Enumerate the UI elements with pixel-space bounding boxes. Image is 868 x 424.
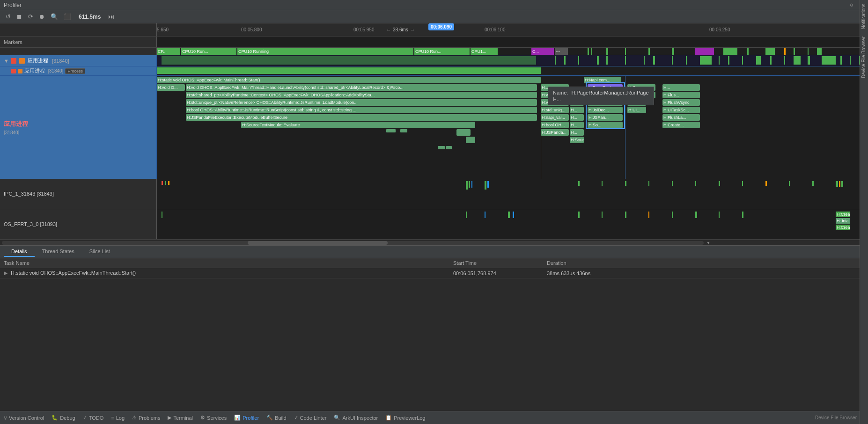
refresh-btn[interactable]: ⟳ <box>26 12 35 21</box>
flame-row-8a[interactable]: H:Source... <box>570 137 584 143</box>
build-item[interactable]: 🔨 Build <box>266 415 286 421</box>
flame-row-0[interactable]: H:static void OHOS::AppExecFwk::MainThre… <box>157 77 541 83</box>
filter-btn[interactable]: ⬛ <box>62 12 73 21</box>
markers-canvas[interactable] <box>157 37 868 47</box>
flame-row-1c[interactable]: H... <box>541 84 569 91</box>
os-block-3[interactable]: H:Crea... <box>836 225 850 230</box>
ipc-r-2 <box>602 181 603 186</box>
flame-row-5a[interactable]: H:JSPandaFileExecutor::ExecuteModuleBuff… <box>186 114 537 121</box>
profiler-item[interactable]: 📊 Profiler <box>234 415 259 421</box>
flame-fr5[interactable]: H:FlushLa... <box>662 114 700 121</box>
todo-item[interactable]: ✓ TODO <box>83 415 104 421</box>
flame-row-6c[interactable]: H... <box>570 122 584 128</box>
flame-pageroute-6[interactable]: H:So... <box>588 122 623 128</box>
main-flame-base[interactable] <box>157 67 541 74</box>
flame-row-6b[interactable]: H:bool OH... <box>541 122 569 128</box>
h-scrollbar-thumb[interactable] <box>248 241 388 245</box>
tab-slice-list[interactable]: Slice List <box>82 247 118 257</box>
process-btn[interactable]: Process <box>65 68 85 74</box>
previewer-log-item[interactable]: 📋 PreviewerLog <box>385 415 425 421</box>
terminal-item[interactable]: ▶ Terminal <box>168 415 193 421</box>
process-activity-canvas <box>157 56 868 65</box>
flame-row-3c[interactable]: H... <box>570 99 584 106</box>
flame-canvas[interactable]: H:static void OHOS::AppExecFwk::MainThre… <box>157 76 868 179</box>
arkui-inspector-item[interactable]: 🔍 ArkUI Inspector <box>334 415 378 421</box>
cpu-seg-6[interactable]: --- <box>555 48 568 55</box>
tab-thread-states[interactable]: Thread States <box>35 247 82 257</box>
process-header-label[interactable]: ▼ 应用进程 [31840] <box>0 55 157 66</box>
flame-fr6[interactable]: H:Create... <box>662 122 700 128</box>
cpu-seg-0[interactable]: CP... <box>157 48 180 55</box>
debug-item[interactable]: 🐛 Debug <box>51 415 75 421</box>
cpu-track[interactable]: CP... CPU10 Run... CPU10 Running CPU10 R… <box>157 48 868 55</box>
time-marker-4: 00:06.100 <box>485 27 506 32</box>
flame-fr3[interactable]: H:FlushVsync <box>662 99 700 106</box>
os-fr-2 <box>602 212 603 218</box>
ipc-label[interactable]: IPC_1_31843 [31843] <box>0 179 157 209</box>
record-btn[interactable]: ⏺ <box>37 12 47 21</box>
flame-r3[interactable]: — <box>627 99 646 106</box>
ipc-r-14 <box>841 181 843 187</box>
flame-pageroute-5[interactable]: H:JSPan... <box>588 114 623 121</box>
step-btn[interactable]: ⏭ <box>106 12 116 21</box>
flame-r1[interactable]: H:Com... <box>627 84 655 91</box>
version-control-item[interactable]: ⑂ Version Control <box>4 415 44 421</box>
flame-row-2c[interactable]: H... <box>570 92 584 98</box>
flame-row-5c[interactable]: H... <box>570 114 584 121</box>
flame-row-1b[interactable]: H:void OHOS::AppExecFwk::MainThread::Han… <box>186 84 537 91</box>
os-block-1[interactable]: H:Crea... <box>836 212 850 217</box>
os-canvas[interactable]: H:Crea... H:Jnia... H:Crea... <box>157 209 868 239</box>
log-item[interactable]: ≡ Log <box>111 415 125 421</box>
flame-right-0[interactable]: H:Napi com... <box>584 77 621 83</box>
flame-row-2a[interactable]: H:std::shared_ptr<AbilityRuntime::Contex… <box>186 92 537 98</box>
flame-fr2[interactable]: H:Flus... <box>662 92 700 98</box>
flame-r2[interactable]: H:Fl... <box>627 92 655 98</box>
time-ruler[interactable]: 5.650 00:05.800 00:05.950 00:06.100 00:0… <box>157 23 868 36</box>
flame-row-5b[interactable]: H:napi_val... <box>541 114 569 121</box>
flame-pageroute-3[interactable]: H:JsiDec... <box>588 99 623 106</box>
flame-row-4a[interactable]: H:bool OHOS::AbilityRuntime::JsRuntime::… <box>186 107 537 113</box>
flame-row-3b[interactable]: H:virtual vo... <box>541 99 569 106</box>
os-label[interactable]: OS_FFRT_3_0 [31893] <box>0 209 157 239</box>
cpu-seg-5[interactable]: C... <box>531 48 554 55</box>
sub-process-label[interactable]: 应用进程 [31840] Process <box>0 66 157 75</box>
reset-btn[interactable]: ↺ <box>4 12 13 21</box>
flame-row-7a[interactable]: H:JSPanda... <box>541 129 569 136</box>
cpu-seg-3[interactable]: CPU10 Run... <box>414 48 470 55</box>
scroll-down-arrow[interactable]: ▼ <box>706 240 711 246</box>
flame-row-4c[interactable]: H... <box>570 107 584 113</box>
os-block-2[interactable]: H:Jnia... <box>836 218 850 224</box>
cpu-seg-1[interactable]: CPU10 Run... <box>181 48 236 55</box>
flame-pageroute-1[interactable]: H:PageRoute... <box>588 84 623 91</box>
sidebar-tab-notifications[interactable]: Notifications <box>860 0 868 33</box>
sidebar-tab-device[interactable]: Device File Browser <box>860 33 868 82</box>
expand-icon[interactable]: ▼ <box>4 58 9 64</box>
flame-row-3a[interactable]: H:std::unique_ptr<NativeReference> OHOS:… <box>186 99 537 106</box>
mini-flame-1 <box>386 129 396 132</box>
flame-r4[interactable]: H:UI... <box>627 107 646 113</box>
table-row[interactable]: ▶ H:static void OHOS::AppExecFwk::MainTh… <box>0 268 868 278</box>
process-header-canvas[interactable] <box>157 55 868 66</box>
flame-row-2b[interactable]: H:virtual vo... <box>541 92 569 98</box>
flame-fr1[interactable]: H... <box>662 84 700 91</box>
flame-row-4b[interactable]: H:std::uniq... <box>541 107 569 113</box>
h-scrollbar-track[interactable] <box>2 241 704 245</box>
tab-details[interactable]: Details <box>4 247 35 257</box>
flame-fr4[interactable]: H:UITaskSc... <box>662 107 700 113</box>
cpu-seg-2[interactable]: CPU10 Running <box>237 48 413 55</box>
search-btn[interactable]: 🔍 <box>49 12 60 21</box>
cpu-mini-6 <box>672 48 674 55</box>
row-expand-icon[interactable]: ▶ <box>4 270 7 276</box>
problems-item[interactable]: ⚠ Problems <box>132 415 160 421</box>
code-linter-item[interactable]: ✓ Code Linter <box>294 415 327 421</box>
settings-icon[interactable]: ⚙ <box>848 2 855 8</box>
flame-row-1a[interactable]: H:void O... <box>157 84 185 91</box>
flame-row-7b[interactable]: H... <box>570 129 584 136</box>
services-item[interactable]: ⚙ Services <box>200 415 227 421</box>
ipc-canvas[interactable] <box>157 179 868 209</box>
flame-pageroute-2[interactable]: H:PageRoute... <box>588 92 623 98</box>
cpu-seg-4[interactable]: CPU1... <box>471 48 498 55</box>
stop-btn[interactable]: ⏹ <box>15 12 24 21</box>
flame-pageroute-4[interactable]: H:JsiDec... <box>588 107 623 113</box>
sub-process-canvas[interactable] <box>157 66 868 75</box>
